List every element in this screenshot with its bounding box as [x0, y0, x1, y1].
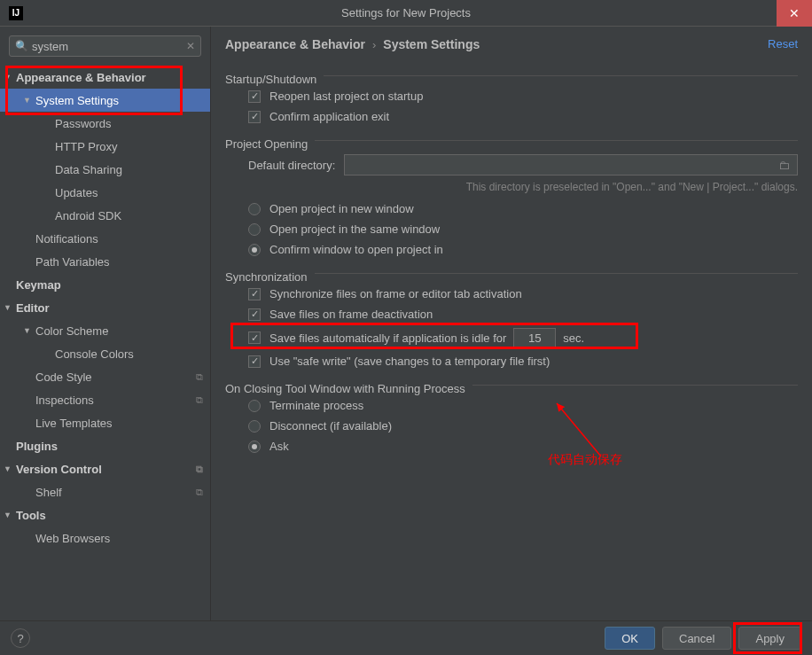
checkbox-label: Reopen last project on startup [269, 90, 423, 103]
checkbox-icon [248, 90, 261, 103]
checkbox-save-deactivation[interactable]: Save files on frame deactivation [225, 304, 798, 324]
tree-version-control[interactable]: ▼Version Control⧉ [0, 457, 210, 480]
radio-ask[interactable]: Ask [225, 436, 798, 456]
radio-label: Terminate process [269, 399, 363, 412]
tree-keymap[interactable]: Keymap [0, 273, 210, 296]
radio-icon [248, 244, 261, 256]
tree-label: Appearance & Behavior [16, 71, 146, 84]
copy-icon: ⧉ [196, 487, 203, 498]
tree-console-colors[interactable]: Console Colors [0, 342, 210, 365]
section-synchronization: Synchronization [225, 270, 308, 284]
tree-notifications[interactable]: Notifications [0, 227, 210, 250]
radio-icon [248, 420, 261, 433]
tree-web-browsers[interactable]: Web Browsers [0, 526, 210, 550]
section-project-opening: Project Opening [225, 137, 308, 151]
cancel-button[interactable]: Cancel [662, 627, 731, 650]
search-input[interactable] [32, 40, 186, 53]
window-title: Settings for New Projects [341, 6, 471, 19]
checkbox-icon [248, 355, 261, 368]
tree-live-templates[interactable]: Live Templates [0, 411, 210, 434]
tree-http-proxy[interactable]: HTTP Proxy [0, 135, 210, 158]
radio-open-new-window[interactable]: Open project in new window [225, 199, 798, 219]
ok-button[interactable]: OK [605, 627, 655, 650]
tree-label: Web Browsers [35, 532, 110, 545]
radio-icon [248, 223, 261, 236]
checkbox-reopen-last[interactable]: Reopen last project on startup [225, 86, 798, 106]
tree-label: Data Sharing [55, 163, 122, 176]
checkbox-label: Confirm application exit [269, 110, 389, 123]
copy-icon: ⧉ [196, 371, 203, 383]
tree-label: Console Colors [55, 347, 134, 361]
tree-passwords[interactable]: Passwords [0, 112, 210, 135]
tree-label: Android SDK [55, 209, 121, 222]
folder-icon[interactable]: 🗀 [771, 159, 797, 172]
search-box[interactable]: 🔍 ✕ [9, 35, 201, 57]
tree-color-scheme[interactable]: ▼Color Scheme [0, 319, 210, 342]
radio-disconnect[interactable]: Disconnect (if available) [225, 416, 798, 436]
help-button[interactable]: ? [11, 628, 30, 648]
copy-icon: ⧉ [196, 394, 203, 406]
chevron-down-icon: ▼ [23, 326, 34, 335]
radio-open-same-window[interactable]: Open project in the same window [225, 219, 798, 239]
radio-icon [248, 203, 261, 215]
checkbox-label: Use "safe write" (save changes to a temp… [269, 355, 550, 368]
settings-main: Appearance & Behavior › System Settings … [211, 27, 812, 620]
chevron-down-icon: ▼ [4, 303, 14, 312]
radio-icon [248, 400, 261, 412]
breadcrumb-parent: Appearance & Behavior [225, 37, 365, 51]
radio-label: Ask [269, 440, 289, 453]
checkbox-sync-frame[interactable]: Synchronize files on frame or editor tab… [225, 284, 798, 304]
radio-label: Open project in the same window [269, 222, 440, 236]
separator [324, 75, 798, 76]
tree-label: Live Templates [35, 417, 112, 430]
tree-label: Editor [16, 301, 50, 315]
chevron-down-icon: ▼ [4, 511, 14, 519]
tree-label: Passwords [55, 117, 112, 130]
tree-plugins[interactable]: Plugins [0, 434, 210, 457]
checkbox-label: Save files on frame deactivation [269, 308, 433, 321]
tree-android-sdk[interactable]: Android SDK [0, 204, 210, 227]
tree-label: System Settings [35, 94, 119, 107]
tree-label: Tools [16, 509, 46, 522]
tree-label: Updates [55, 186, 98, 199]
tree-data-sharing[interactable]: Data Sharing [0, 158, 210, 181]
radio-confirm-window[interactable]: Confirm window to open project in [225, 239, 798, 260]
close-button[interactable]: ✕ [777, 0, 812, 27]
separator [472, 385, 798, 386]
tree-path-variables[interactable]: Path Variables [0, 250, 210, 273]
checkbox-safe-write[interactable]: Use "safe write" (save changes to a temp… [225, 351, 798, 371]
tree-label: Keymap [16, 278, 61, 292]
idle-seconds-input[interactable] [513, 328, 556, 347]
tree-updates[interactable]: Updates [0, 181, 210, 204]
settings-tree: ▼Appearance & Behavior ▼System Settings … [0, 66, 210, 620]
radio-terminate[interactable]: Terminate process [225, 395, 798, 416]
checkbox-label: Save files automatically if application … [269, 331, 506, 345]
tree-inspections[interactable]: Inspections⧉ [0, 388, 210, 411]
tree-appearance-behavior[interactable]: ▼Appearance & Behavior [0, 66, 210, 89]
checkbox-icon [248, 331, 261, 344]
app-icon: IJ [9, 6, 23, 20]
tree-editor[interactable]: ▼Editor [0, 296, 210, 319]
tree-tools[interactable]: ▼Tools [0, 503, 210, 526]
checkbox-label: Synchronize files on frame or editor tab… [269, 287, 522, 300]
tree-code-style[interactable]: Code Style⧉ [0, 365, 210, 388]
default-directory-hint: This directory is preselected in "Open..… [225, 179, 798, 199]
checkbox-confirm-exit[interactable]: Confirm application exit [225, 106, 798, 127]
radio-label: Confirm window to open project in [269, 243, 443, 256]
tree-shelf[interactable]: Shelf⧉ [0, 480, 210, 503]
tree-label: Shelf [35, 486, 62, 499]
default-directory-input[interactable]: 🗀 [344, 154, 798, 175]
chevron-down-icon: ▼ [4, 464, 14, 473]
checkbox-save-idle[interactable]: Save files automatically if application … [225, 324, 798, 351]
tree-system-settings[interactable]: ▼System Settings [0, 89, 210, 112]
default-directory-label: Default directory: [248, 159, 335, 172]
tree-label: Version Control [16, 463, 102, 476]
settings-sidebar: 🔍 ✕ ▼Appearance & Behavior ▼System Setti… [0, 27, 211, 620]
chevron-right-icon: › [372, 38, 376, 51]
apply-button[interactable]: Apply [738, 627, 801, 650]
reset-link[interactable]: Reset [768, 37, 798, 51]
separator [315, 140, 798, 141]
chevron-down-icon: ▼ [23, 96, 34, 105]
tree-label: Color Scheme [35, 324, 108, 338]
clear-search-icon[interactable]: ✕ [186, 40, 195, 52]
